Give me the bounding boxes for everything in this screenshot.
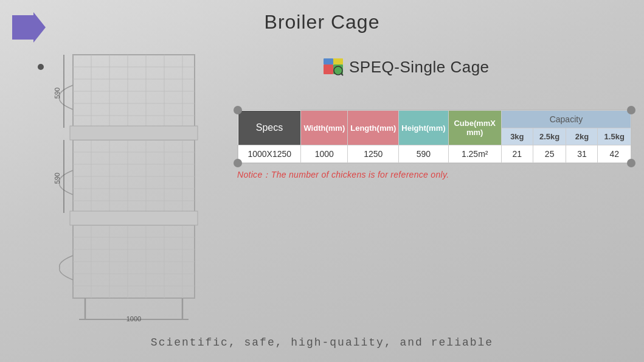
td-height: 590: [399, 145, 448, 163]
table-container: Specs Width(mm) Length(mm) Height(mm) Cu…: [237, 110, 632, 181]
speq-label: SPEQ-Single Cage: [322, 56, 490, 78]
td-2kg: 31: [566, 145, 598, 163]
corner-tr: [627, 106, 635, 114]
notice-text: Notice：The number of chickens is for ref…: [237, 170, 632, 181]
td-3kg: 21: [501, 145, 533, 163]
cage-diagram: 590 590 1000: [55, 49, 225, 322]
bullet-point: [38, 64, 44, 70]
corner-bl: [234, 159, 242, 167]
svg-text:590: 590: [55, 88, 61, 99]
svg-text:590: 590: [55, 173, 61, 184]
td-length: 1250: [348, 145, 399, 163]
speq-text: SPEQ-Single Cage: [349, 58, 490, 77]
th-specs: Specs: [238, 111, 301, 145]
td-width: 1000: [301, 145, 348, 163]
th-capacity: Capacity: [501, 111, 631, 128]
table-row: 1000X1250 1000 1250 590 1.25m² 21 25 31 …: [238, 145, 631, 163]
specs-table: Specs Width(mm) Length(mm) Height(mm) Cu…: [238, 110, 631, 163]
svg-rect-4: [333, 58, 343, 64]
cube-icon: [322, 56, 344, 78]
page-container: Broiler Cage SPEQ-Single Cage: [0, 0, 644, 362]
th-2kg: 2kg: [566, 128, 598, 145]
td-15kg: 42: [598, 145, 631, 163]
td-25kg: 25: [533, 145, 566, 163]
table-wrapper: Specs Width(mm) Length(mm) Height(mm) Cu…: [237, 110, 632, 164]
arrow-icon: [12, 12, 46, 43]
th-width: Width(mm): [301, 111, 348, 145]
svg-rect-1: [324, 64, 333, 74]
svg-rect-44: [70, 126, 198, 140]
th-15kg: 1.5kg: [598, 128, 631, 145]
th-3kg: 3kg: [501, 128, 533, 145]
page-title: Broiler Cage: [0, 0, 644, 33]
corner-tl: [234, 106, 242, 114]
th-length: Length(mm): [348, 111, 399, 145]
td-specs: 1000X1250: [238, 145, 301, 163]
tagline: Scientific, safe, high-quality, and reli…: [0, 336, 644, 349]
svg-marker-0: [12, 12, 46, 43]
th-height: Height(mm): [399, 111, 448, 145]
svg-text:1000: 1000: [126, 315, 141, 322]
th-25kg: 2.5kg: [533, 128, 566, 145]
svg-rect-3: [324, 58, 333, 64]
corner-br: [627, 159, 635, 167]
svg-rect-45: [70, 211, 198, 225]
th-cube: Cube(mmX mm): [448, 111, 501, 145]
td-cube: 1.25m²: [448, 145, 501, 163]
